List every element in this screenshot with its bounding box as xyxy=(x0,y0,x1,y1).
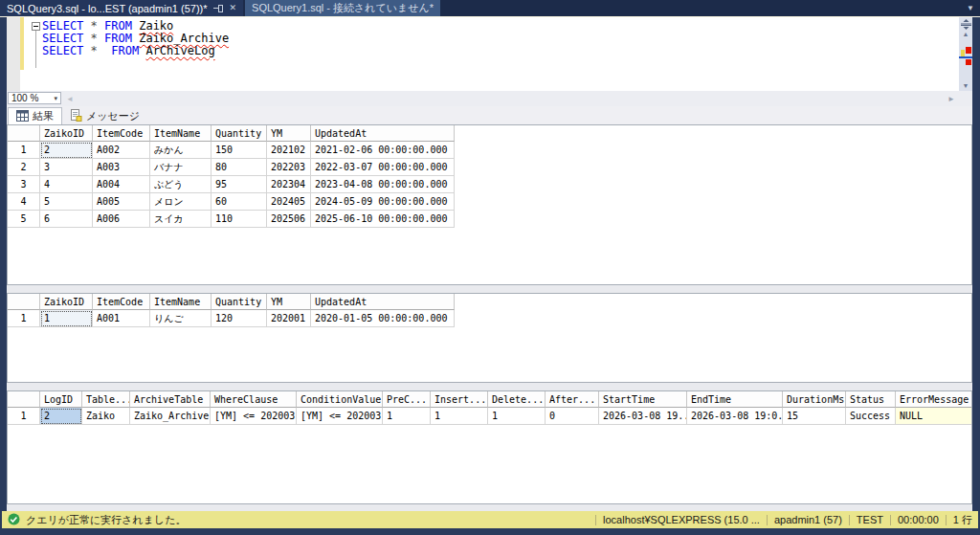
column-header[interactable]: ItemName xyxy=(150,125,212,142)
grid-cell[interactable]: 2 xyxy=(40,142,93,159)
column-header[interactable]: ItemCode xyxy=(93,294,150,310)
sql-editor[interactable]: SELECT * FROM Zaiko SELECT * FROM Zaiko_… xyxy=(7,17,959,91)
grid-cell[interactable]: 2020-01-05 00:00:00.000 xyxy=(311,310,455,327)
grid-cell[interactable]: 1 xyxy=(383,408,431,425)
grid-cell[interactable]: ぶどう xyxy=(150,176,212,193)
column-header[interactable]: StartTime xyxy=(599,391,687,408)
column-header[interactable]: ZaikoID xyxy=(40,294,93,310)
grid-cell[interactable]: メロン xyxy=(150,193,212,211)
grid-cell[interactable]: 2022-03-07 00:00:00.000 xyxy=(311,159,455,176)
grid-cell[interactable]: 2026-03-08 19... xyxy=(599,408,687,425)
grid-cell[interactable]: スイカ xyxy=(150,211,212,228)
grid-corner-header[interactable] xyxy=(8,391,40,408)
chevron-down-icon[interactable]: ▼ xyxy=(967,4,974,12)
pin-icon[interactable] xyxy=(213,3,224,13)
grid-cell[interactable]: みかん xyxy=(150,142,212,159)
column-header[interactable]: Insert... xyxy=(431,391,488,408)
code-area[interactable]: SELECT * FROM Zaiko SELECT * FROM Zaiko_… xyxy=(32,20,229,57)
tab-sqlquery1[interactable]: SQLQuery1.sql - 接続されていません* xyxy=(245,0,440,16)
column-header[interactable]: ItemCode xyxy=(93,125,150,142)
grid-cell[interactable]: 2025-06-10 00:00:00.000 xyxy=(311,211,455,228)
column-header[interactable]: Table... xyxy=(82,391,130,408)
row-number[interactable]: 1 xyxy=(8,408,40,425)
grid-cell[interactable]: 150 xyxy=(212,142,267,159)
tab-messages[interactable]: メッセージ xyxy=(62,107,147,124)
grid-cell[interactable]: A004 xyxy=(93,176,150,193)
grid-cell[interactable]: A001 xyxy=(93,310,150,327)
grid-cell[interactable]: 4 xyxy=(40,176,93,193)
grid-cell[interactable]: 1 xyxy=(431,408,488,425)
scroll-right-icon[interactable]: ► xyxy=(947,95,955,103)
grid-cell[interactable]: A002 xyxy=(93,142,150,159)
grid-cell[interactable]: Success xyxy=(846,408,896,425)
tab-results[interactable]: 結果 xyxy=(8,107,62,124)
grid-cell[interactable]: 95 xyxy=(212,176,267,193)
column-header[interactable]: UpdatedAt xyxy=(311,125,455,142)
column-header[interactable]: UpdatedAt xyxy=(311,294,455,310)
panel-splitter[interactable] xyxy=(7,383,972,390)
grid-cell[interactable]: A003 xyxy=(93,159,150,176)
column-header[interactable]: ErrorMessage xyxy=(896,391,972,408)
grid-cell[interactable]: A005 xyxy=(93,193,150,211)
column-header[interactable]: WhereClause xyxy=(211,391,297,408)
column-header[interactable]: ConditionValue xyxy=(297,391,383,408)
row-number[interactable]: 5 xyxy=(8,211,40,228)
grid-cell[interactable]: りんご xyxy=(150,310,212,327)
tab-sqlquery3[interactable]: SQLQuery3.sql - lo...EST (apadmin1 (57))… xyxy=(0,0,243,16)
grid-cell[interactable]: 110 xyxy=(212,211,267,228)
column-header[interactable]: Quantity xyxy=(212,294,267,310)
grid-cell[interactable]: 2 xyxy=(40,408,82,425)
grid-cell[interactable]: 202001 xyxy=(267,310,311,327)
grid-cell[interactable]: 120 xyxy=(212,310,267,327)
grid-cell[interactable]: Zaiko_Archive xyxy=(130,408,211,425)
column-header[interactable]: PreC... xyxy=(383,391,431,408)
column-header[interactable]: Delete... xyxy=(488,391,546,408)
grid-cell[interactable]: Zaiko xyxy=(82,408,130,425)
grid-cell[interactable]: 2026-03-08 19:0... xyxy=(687,408,783,425)
grid-cell[interactable]: 2021-02-06 00:00:00.000 xyxy=(311,142,455,159)
grid-cell[interactable]: 1 xyxy=(40,310,93,327)
panel-splitter[interactable] xyxy=(7,285,972,293)
column-header[interactable]: ItemName xyxy=(150,294,212,310)
scroll-down-icon[interactable]: ▼ xyxy=(959,82,972,89)
grid-cell[interactable]: バナナ xyxy=(150,159,212,176)
column-header[interactable]: ArchiveTable xyxy=(130,391,211,408)
grid-cell[interactable]: A006 xyxy=(93,211,150,228)
scroll-left-icon[interactable]: ◄ xyxy=(66,95,74,103)
grid-cell[interactable]: 60 xyxy=(212,193,267,211)
grid-cell[interactable]: [YM] <= 202003 xyxy=(211,408,297,425)
grid-cell[interactable]: [YM] <= 202003 xyxy=(297,408,383,425)
grid-cell[interactable]: 202203 xyxy=(267,159,311,176)
column-header[interactable]: EndTime xyxy=(687,391,783,408)
column-header[interactable]: YM xyxy=(267,294,311,310)
grid-cell[interactable]: 202304 xyxy=(267,176,311,193)
grid-corner-header[interactable] xyxy=(8,294,40,310)
collapse-icon[interactable] xyxy=(32,22,40,31)
column-header[interactable]: ZaikoID xyxy=(40,125,93,142)
grid-cell[interactable]: 0 xyxy=(546,408,599,425)
grid-cell[interactable]: 2024-05-09 00:00:00.000 xyxy=(311,193,455,211)
column-header[interactable]: LogID xyxy=(40,391,82,408)
column-header[interactable]: DurationMs xyxy=(783,391,846,408)
grid-cell[interactable]: 80 xyxy=(212,159,267,176)
grid-cell[interactable]: 3 xyxy=(40,159,93,176)
scroll-up-icon[interactable]: ▲ xyxy=(959,31,972,37)
row-number[interactable]: 2 xyxy=(8,159,40,176)
column-header[interactable]: After... xyxy=(546,391,599,408)
zoom-dropdown[interactable]: 100 % ▾ xyxy=(8,92,61,104)
grid-cell[interactable]: 2023-04-08 00:00:00.000 xyxy=(311,176,455,193)
row-number[interactable]: 1 xyxy=(8,142,40,159)
grid-cell[interactable]: 15 xyxy=(783,408,846,425)
close-icon[interactable]: ✕ xyxy=(230,4,237,12)
grid-corner-header[interactable] xyxy=(8,125,40,142)
splitter-grip-icon[interactable] xyxy=(960,18,971,30)
grid-cell[interactable]: NULL xyxy=(896,408,972,425)
column-header[interactable]: Quantity xyxy=(212,125,267,142)
grid-cell[interactable]: 5 xyxy=(40,193,93,211)
row-number[interactable]: 3 xyxy=(8,176,40,193)
grid-cell[interactable]: 6 xyxy=(40,211,93,228)
row-number[interactable]: 1 xyxy=(8,310,40,327)
grid-cell[interactable]: 202102 xyxy=(267,142,311,159)
editor-vertical-scrollbar[interactable]: ▲ ▼ xyxy=(959,17,972,91)
grid-cell[interactable]: 1 xyxy=(488,408,546,425)
